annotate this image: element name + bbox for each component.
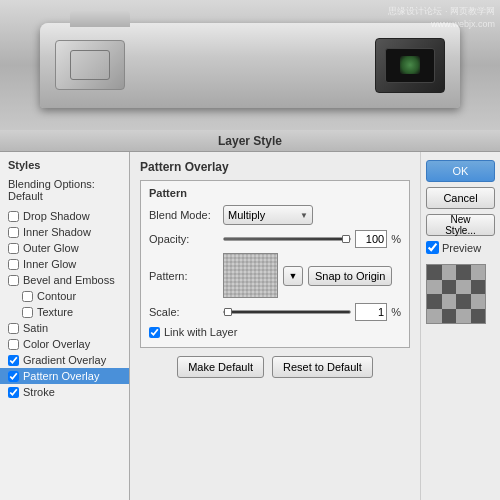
- styles-panel: Styles Blending Options: Default Drop Sh…: [0, 152, 130, 500]
- pattern-label: Pattern:: [149, 270, 219, 282]
- pattern-subsection: Pattern Blend Mode: Multiply ▼ Opacity:: [140, 180, 410, 348]
- outer-glow-checkbox[interactable]: [8, 243, 19, 254]
- scale-row: Scale: 1 %: [149, 303, 401, 321]
- camera-left-controls: [55, 40, 125, 90]
- bevel-emboss-checkbox[interactable]: [8, 275, 19, 286]
- texture-checkbox[interactable]: [22, 307, 33, 318]
- opacity-slider-container: [223, 237, 351, 241]
- dialog-area: Layer Style Styles Blending Options: Def…: [0, 130, 500, 500]
- opacity-slider-thumb[interactable]: [342, 235, 350, 243]
- style-item-satin[interactable]: Satin: [0, 320, 129, 336]
- opacity-label: Opacity:: [149, 233, 219, 245]
- ok-button[interactable]: OK: [426, 160, 495, 182]
- camera-viewfinder: [385, 48, 435, 83]
- preview-label: Preview: [442, 242, 481, 254]
- camera-lens: [55, 40, 125, 90]
- main-panel: Pattern Overlay Pattern Blend Mode: Mult…: [130, 152, 420, 500]
- inner-glow-checkbox[interactable]: [8, 259, 19, 270]
- blend-options-item[interactable]: Blending Options: Default: [0, 176, 129, 204]
- style-item-bevel-emboss[interactable]: Bevel and Emboss: [0, 272, 129, 288]
- satin-checkbox[interactable]: [8, 323, 19, 334]
- dialog-titlebar: Layer Style: [0, 130, 500, 152]
- pattern-preview-area: ▼ Snap to Origin: [223, 253, 392, 298]
- pattern-picker-button[interactable]: ▼: [283, 266, 303, 286]
- style-item-drop-shadow[interactable]: Drop Shadow: [0, 208, 129, 224]
- reset-to-default-button[interactable]: Reset to Default: [272, 356, 373, 378]
- inner-shadow-checkbox[interactable]: [8, 227, 19, 238]
- blend-mode-dropdown[interactable]: Multiply ▼: [223, 205, 313, 225]
- pattern-preview-swatch[interactable]: [223, 253, 278, 298]
- opacity-row: Opacity: 100 %: [149, 230, 401, 248]
- camera-viewfinder-housing: [375, 38, 445, 93]
- preview-swatch: [426, 264, 486, 324]
- color-overlay-checkbox[interactable]: [8, 339, 19, 350]
- link-with-layer-label: Link with Layer: [164, 326, 237, 338]
- scale-value[interactable]: 1: [355, 303, 387, 321]
- link-with-layer-checkbox[interactable]: [149, 327, 160, 338]
- style-item-inner-glow[interactable]: Inner Glow: [0, 256, 129, 272]
- opacity-slider[interactable]: [223, 237, 351, 241]
- style-item-texture[interactable]: Texture: [0, 304, 129, 320]
- style-item-pattern-overlay[interactable]: Pattern Overlay: [0, 368, 129, 384]
- camera-viewfinder-lens: [400, 56, 420, 74]
- style-item-contour[interactable]: Contour: [0, 288, 129, 304]
- scale-slider-container: [223, 310, 351, 314]
- style-item-stroke[interactable]: Stroke: [0, 384, 129, 400]
- dropdown-arrow-icon: ▼: [300, 211, 308, 220]
- camera-body: [40, 23, 460, 108]
- make-default-button[interactable]: Make Default: [177, 356, 264, 378]
- camera-lens-inner: [70, 50, 110, 80]
- section-title: Pattern Overlay: [140, 160, 410, 174]
- preview-row: Preview: [426, 241, 495, 254]
- opacity-unit: %: [391, 233, 401, 245]
- blend-mode-row: Blend Mode: Multiply ▼: [149, 205, 401, 225]
- camera-top-bump: [70, 11, 130, 27]
- scale-label: Scale:: [149, 306, 219, 318]
- opacity-value[interactable]: 100: [355, 230, 387, 248]
- style-item-outer-glow[interactable]: Outer Glow: [0, 240, 129, 256]
- preview-checkbox[interactable]: [426, 241, 439, 254]
- drop-shadow-checkbox[interactable]: [8, 211, 19, 222]
- blend-mode-label: Blend Mode:: [149, 209, 219, 221]
- subsection-title: Pattern: [149, 187, 401, 199]
- contour-checkbox[interactable]: [22, 291, 33, 302]
- new-style-button[interactable]: New Style...: [426, 214, 495, 236]
- stroke-checkbox[interactable]: [8, 387, 19, 398]
- styles-header: Styles: [0, 157, 129, 173]
- snap-to-origin-button[interactable]: Snap to Origin: [308, 266, 392, 286]
- opacity-slider-fill: [224, 238, 350, 240]
- camera-area: 思缘设计论坛 · 网页教学网 www.webjx.com: [0, 0, 500, 130]
- style-item-inner-shadow[interactable]: Inner Shadow: [0, 224, 129, 240]
- bottom-buttons: Make Default Reset to Default: [140, 356, 410, 378]
- style-item-color-overlay[interactable]: Color Overlay: [0, 336, 129, 352]
- cancel-button[interactable]: Cancel: [426, 187, 495, 209]
- scale-slider[interactable]: [223, 310, 351, 314]
- link-with-layer-row: Link with Layer: [149, 326, 401, 338]
- watermark: 思缘设计论坛 · 网页教学网 www.webjx.com: [388, 5, 495, 30]
- pattern-overlay-checkbox[interactable]: [8, 371, 19, 382]
- dialog-content: Styles Blending Options: Default Drop Sh…: [0, 152, 500, 500]
- pattern-row: Pattern: ▼ Snap to Origin: [149, 253, 401, 298]
- style-item-gradient-overlay[interactable]: Gradient Overlay: [0, 352, 129, 368]
- right-panel: OK Cancel New Style... Preview: [420, 152, 500, 500]
- gradient-overlay-checkbox[interactable]: [8, 355, 19, 366]
- scale-slider-thumb[interactable]: [224, 308, 232, 316]
- dialog-title: Layer Style: [218, 134, 282, 148]
- scale-unit: %: [391, 306, 401, 318]
